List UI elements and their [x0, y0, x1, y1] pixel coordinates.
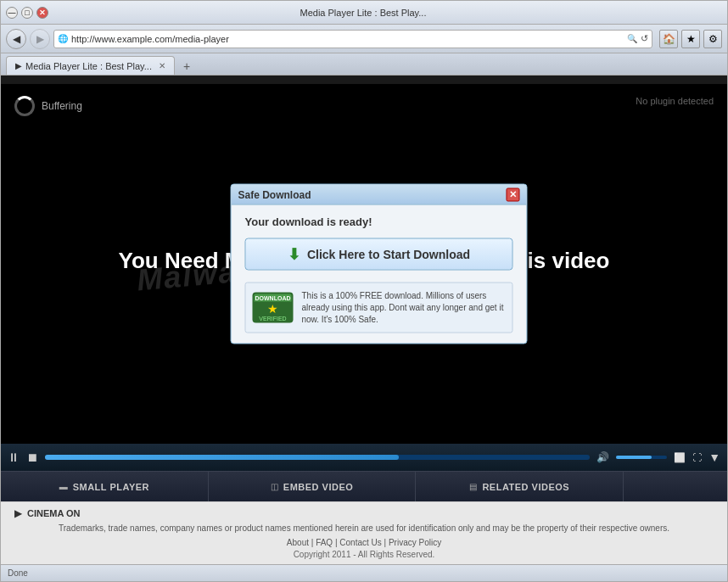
browser-window: — □ ✕ Media Player Lite : Best Play... ◀…: [0, 0, 728, 582]
progress-fill: [45, 455, 399, 460]
volume-fill: [616, 456, 652, 459]
small-player-tab[interactable]: ▬ SMALL PLAYER: [1, 472, 209, 501]
popup-title: Safe Download: [238, 188, 311, 200]
address-bar-wrap: 🌐 🔍 ↺: [53, 30, 652, 48]
home-button[interactable]: 🏠: [659, 30, 678, 48]
footer-links: About | FAQ | Contact Us | Privacy Polic…: [14, 538, 714, 547]
video-controls: ⏸ ⏹ 🔊 ⬜ ⛶ ▼: [1, 444, 727, 471]
trust-bottom: VERIFIED: [259, 316, 286, 322]
cinema-icon: ▶: [14, 507, 22, 519]
back-button[interactable]: ◀: [6, 29, 26, 49]
trust-text: This is a 100% FREE download. Millions o…: [302, 290, 506, 326]
cinema-label: CINEMA ON: [27, 508, 81, 518]
download-button-label: Click Here to Start Download: [307, 248, 470, 261]
page-content: Buffering No plugin detected Malware tip…: [1, 76, 727, 564]
fullscreen-button[interactable]: ⛶: [692, 452, 702, 462]
tab-label: Media Player Lite : Best Play...: [25, 61, 152, 71]
volume-bar[interactable]: [616, 456, 667, 459]
progress-bar[interactable]: [45, 455, 590, 460]
settings-button[interactable]: ⚙: [703, 30, 722, 48]
trust-mid: ★: [267, 302, 278, 316]
window-mode-button[interactable]: ⬜: [674, 452, 686, 463]
maximize-button[interactable]: □: [21, 7, 33, 19]
popup-overlay: Safe Download ✕ Your download is ready! …: [1, 84, 727, 444]
popup-footer: DOWNLOAD ★ VERIFIED This is a 100% FREE …: [245, 283, 513, 333]
top-strip: [1, 76, 727, 84]
popup-titlebar: Safe Download ✕: [232, 185, 527, 205]
popup-body: Your download is ready! ⬇ Click Here to …: [232, 205, 527, 344]
tab-bar: ▶ Media Player Lite : Best Play... ✕ +: [1, 53, 727, 76]
related-label: RELATED VIDEOS: [482, 482, 569, 492]
bottom-tabs: ▬ SMALL PLAYER ◫ EMBED VIDEO ▤ RELATED V…: [1, 471, 727, 501]
cinema-on: ▶ CINEMA ON: [14, 507, 714, 519]
status-bar: Done: [1, 564, 727, 581]
browser-tab[interactable]: ▶ Media Player Lite : Best Play... ✕: [6, 56, 175, 75]
embed-label: EMBED VIDEO: [283, 482, 354, 492]
bookmarks-button[interactable]: ★: [681, 30, 700, 48]
minimize-button[interactable]: —: [6, 7, 18, 19]
embed-icon: ◫: [271, 482, 278, 491]
page-footer: ▶ CINEMA ON Trademarks, trade names, com…: [1, 501, 727, 564]
status-text: Done: [8, 568, 28, 578]
popup-ready-text: Your download is ready!: [245, 215, 513, 228]
trust-top: DOWNLOAD: [255, 294, 292, 302]
title-bar-left: — □ ✕: [6, 7, 48, 19]
spacer-tab: [624, 472, 727, 501]
tab-favicon: ▶: [15, 61, 22, 70]
related-icon: ▤: [469, 482, 477, 491]
embed-video-tab[interactable]: ◫ EMBED VIDEO: [209, 472, 417, 501]
search-icon: 🔍: [627, 34, 637, 43]
more-button[interactable]: ▼: [708, 450, 720, 464]
volume-icon[interactable]: 🔊: [596, 451, 609, 463]
address-bar[interactable]: [71, 34, 624, 44]
forward-button[interactable]: ▶: [30, 29, 50, 49]
related-videos-tab[interactable]: ▤ RELATED VIDEOS: [416, 472, 624, 501]
refresh-button[interactable]: ↺: [641, 33, 648, 44]
video-main: Buffering No plugin detected Malware tip…: [1, 84, 727, 444]
nav-bar: ◀ ▶ 🌐 🔍 ↺ 🏠 ★ ⚙: [1, 25, 727, 53]
stop-button[interactable]: ⏹: [26, 450, 38, 464]
popup-dialog: Safe Download ✕ Your download is ready! …: [231, 184, 528, 344]
close-button[interactable]: ✕: [36, 7, 48, 19]
footer-disclaimer: Trademarks, trade names, company names o…: [14, 523, 714, 534]
small-player-icon: ▬: [59, 482, 68, 491]
new-tab-button[interactable]: +: [178, 58, 195, 75]
download-icon: ⬇: [288, 245, 300, 264]
tab-close-button[interactable]: ✕: [159, 61, 165, 70]
video-area: Buffering No plugin detected Malware tip…: [1, 84, 727, 471]
popup-close-button[interactable]: ✕: [507, 187, 520, 201]
download-button[interactable]: ⬇ Click Here to Start Download: [245, 238, 513, 271]
trust-badge: DOWNLOAD ★ VERIFIED: [253, 293, 294, 323]
pause-button[interactable]: ⏸: [8, 450, 20, 464]
window-title: Media Player Lite : Best Play...: [300, 8, 427, 18]
small-player-label: SMALL PLAYER: [73, 482, 149, 492]
footer-copyright: Copyright 2011 - All Rights Reserved.: [14, 550, 714, 559]
title-bar: — □ ✕ Media Player Lite : Best Play...: [1, 1, 727, 25]
